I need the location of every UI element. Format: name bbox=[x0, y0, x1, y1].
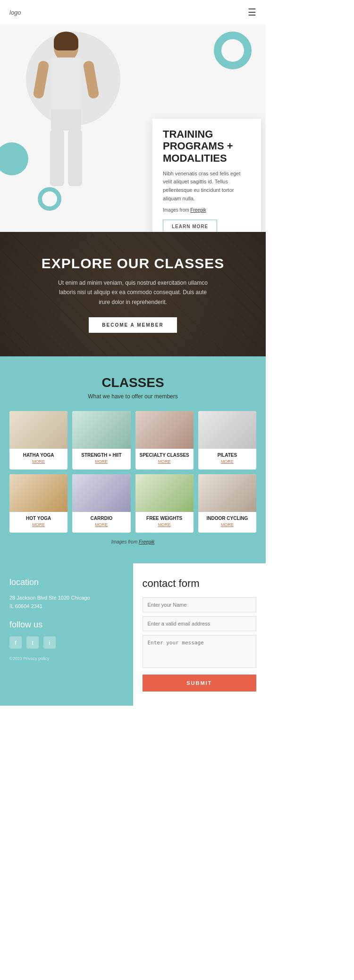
footer-contact-form: contact form SUBMIT bbox=[133, 563, 266, 706]
explore-title: EXPLORE OUR CLASSES bbox=[42, 255, 224, 272]
twitter-icon[interactable]: t bbox=[26, 636, 39, 649]
footer-address: 28 Jackson Blvd Ste 1020 Chicago IL 6060… bbox=[9, 594, 124, 610]
become-member-button[interactable]: BECOME A MEMBER bbox=[89, 317, 177, 333]
class-card: HATHA YOGA MORE bbox=[9, 411, 67, 469]
classes-section: CLASSES What we have to offer our member… bbox=[0, 356, 266, 563]
hero-circle-teal-ring bbox=[214, 32, 252, 69]
class-card: PILATES MORE bbox=[198, 411, 256, 469]
learn-more-button[interactable]: LEARN MORE bbox=[163, 220, 217, 232]
class-name: CARRDIO bbox=[74, 516, 128, 521]
follow-us-title: follow us bbox=[9, 620, 124, 630]
class-card: STRENGTH + HIIT MORE bbox=[72, 411, 130, 469]
class-more-link[interactable]: MORE bbox=[135, 459, 194, 464]
class-card: FREE WEIGHTS MORE bbox=[135, 474, 194, 533]
woman-arm-left bbox=[33, 60, 50, 99]
class-more-link[interactable]: MORE bbox=[72, 459, 130, 464]
social-icons: fti bbox=[9, 636, 124, 649]
explore-description: Ut enim ad minim veniam, quis nostrud ex… bbox=[58, 278, 209, 307]
classes-subtitle: What we have to offer our members bbox=[9, 393, 256, 400]
class-name: SPECIALTY CLASSES bbox=[137, 453, 192, 458]
class-image bbox=[135, 411, 194, 449]
class-image bbox=[9, 474, 67, 512]
woman-shorts bbox=[51, 107, 81, 131]
class-name: FREE WEIGHTS bbox=[137, 516, 192, 521]
woman-arm-right bbox=[83, 60, 100, 99]
hero-section: TRAINING PROGRAMS + MODALITIES Nibh vene… bbox=[0, 25, 266, 232]
class-more-link[interactable]: MORE bbox=[9, 459, 67, 464]
woman-hair bbox=[54, 32, 78, 50]
submit-button[interactable]: SUBMIT bbox=[143, 675, 257, 692]
class-name: HOT YOGA bbox=[11, 516, 66, 521]
class-more-link[interactable]: MORE bbox=[72, 522, 130, 527]
class-more-link[interactable]: MORE bbox=[198, 522, 256, 527]
location-title: location bbox=[9, 577, 124, 587]
class-card: HOT YOGA MORE bbox=[9, 474, 67, 533]
class-name: STRENGTH + HIIT bbox=[74, 453, 128, 458]
explore-section: EXPLORE OUR CLASSES Ut enim ad minim ven… bbox=[0, 232, 266, 356]
contact-email-input[interactable] bbox=[143, 616, 257, 631]
footer-location: location 28 Jackson Blvd Ste 1020 Chicag… bbox=[0, 563, 133, 706]
hero-title: TRAINING PROGRAMS + MODALITIES bbox=[163, 128, 251, 164]
contact-form-title: contact form bbox=[143, 577, 257, 590]
hamburger-icon[interactable]: ☰ bbox=[248, 7, 256, 18]
class-image bbox=[135, 474, 194, 512]
class-card: SPECIALTY CLASSES MORE bbox=[135, 411, 194, 469]
classes-title: CLASSES bbox=[9, 375, 256, 390]
contact-message-input[interactable] bbox=[143, 635, 257, 668]
class-image bbox=[72, 474, 130, 512]
class-image bbox=[9, 411, 67, 449]
hero-freepik-credit: Images from Freepik bbox=[163, 206, 251, 214]
facebook-icon[interactable]: f bbox=[9, 636, 22, 649]
class-image bbox=[72, 411, 130, 449]
footer: location 28 Jackson Blvd Ste 1020 Chicag… bbox=[0, 563, 266, 706]
navbar: logo ☰ bbox=[0, 0, 266, 25]
woman-leg-right bbox=[68, 130, 82, 186]
freepik-link[interactable]: Freepik bbox=[190, 207, 206, 213]
class-more-link[interactable]: MORE bbox=[135, 522, 194, 527]
woman-leg-left bbox=[50, 130, 64, 186]
woman-torso bbox=[51, 58, 81, 109]
class-name: INDOOR CYCLING bbox=[200, 516, 254, 521]
hero-card: TRAINING PROGRAMS + MODALITIES Nibh vene… bbox=[152, 119, 261, 232]
copyright: ©2023 Privacy policy bbox=[9, 656, 124, 661]
class-name: HATHA YOGA bbox=[11, 453, 66, 458]
hero-woman-figure bbox=[24, 27, 109, 197]
instagram-icon[interactable]: i bbox=[43, 636, 56, 649]
classes-grid: HATHA YOGA MORE STRENGTH + HIIT MORE SPE… bbox=[9, 411, 256, 533]
class-name: PILATES bbox=[200, 453, 254, 458]
class-card: CARRDIO MORE bbox=[72, 474, 130, 533]
classes-freepik-link[interactable]: Freepik bbox=[139, 539, 154, 544]
contact-name-input[interactable] bbox=[143, 597, 257, 612]
classes-freepik-credit: Images from Freepik bbox=[9, 539, 256, 544]
class-card: INDOOR CYCLING MORE bbox=[198, 474, 256, 533]
class-more-link[interactable]: MORE bbox=[9, 522, 67, 527]
class-more-link[interactable]: MORE bbox=[198, 459, 256, 464]
logo: logo bbox=[9, 9, 21, 16]
class-image bbox=[198, 411, 256, 449]
hero-description: Nibh venenatis cras sed felis eget velit… bbox=[163, 170, 251, 203]
class-image bbox=[198, 474, 256, 512]
